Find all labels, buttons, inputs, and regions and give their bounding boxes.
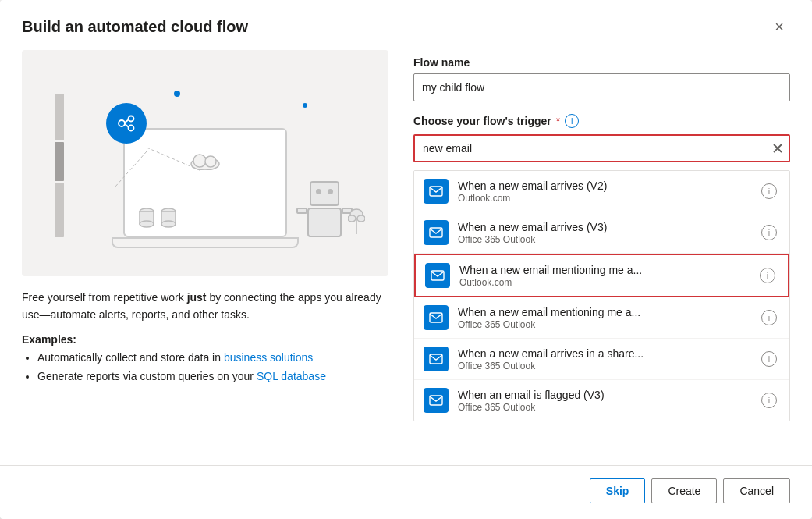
trigger-label-row: Choose your flow's trigger * i	[413, 114, 790, 128]
right-panel: Flow name Choose your flow's trigger * i	[413, 47, 790, 456]
trigger-name-0: When a new email arrives (V2)	[458, 180, 758, 192]
close-button[interactable]: ×	[768, 16, 790, 37]
trigger-info-btn-2[interactable]: i	[757, 266, 778, 285]
examples-section: Examples: Automatically collect and stor…	[22, 333, 388, 386]
svg-point-8	[161, 221, 176, 227]
svg-rect-23	[430, 228, 442, 237]
trigger-info-2: When a new email mentioning me a... Outl…	[459, 264, 757, 288]
laptop-body	[123, 128, 287, 237]
svg-rect-24	[431, 271, 444, 280]
svg-point-9	[119, 120, 125, 126]
svg-line-12	[125, 120, 129, 123]
trigger-info-btn-3[interactable]: i	[758, 308, 780, 327]
trigger-icon-5	[424, 388, 449, 413]
trigger-icon-4	[424, 347, 449, 371]
description-text: Free yourself from repetitive work just …	[22, 289, 388, 324]
trigger-item-3[interactable]: When a new email mentioning me a... Offi…	[414, 297, 789, 339]
triggers-list: When a new email arrives (V2) Outlook.co…	[413, 170, 790, 421]
svg-point-10	[129, 116, 134, 122]
svg-point-11	[129, 126, 134, 131]
example-2-link[interactable]: SQL database	[257, 370, 326, 382]
dialog-footer: Skip Create Cancel	[0, 465, 812, 519]
svg-rect-22	[430, 187, 442, 196]
trigger-item-4[interactable]: When a new email arrives in a share... O…	[414, 339, 789, 380]
left-panel: Free yourself from repetitive work just …	[22, 47, 388, 456]
example-2-text: Generate reports via custom queries on y…	[37, 370, 257, 382]
create-button[interactable]: Create	[651, 478, 717, 503]
flow-name-input[interactable]	[413, 73, 790, 101]
trigger-icon-2	[425, 263, 450, 288]
books-decoration	[55, 94, 64, 237]
trigger-info-1: When a new email arrives (V3) Office 365…	[458, 221, 758, 245]
trigger-info-btn-4[interactable]: i	[758, 350, 780, 368]
highlight-text: just	[187, 291, 207, 304]
trigger-source-1: Office 365 Outlook	[458, 234, 758, 245]
example-1-link[interactable]: business solutions	[224, 351, 313, 364]
trigger-source-4: Office 365 Outlook	[458, 361, 758, 371]
dialog-header: Build an automated cloud flow ×	[0, 0, 812, 47]
trigger-icon-0	[424, 179, 449, 204]
dialog-title: Build an automated cloud flow	[22, 18, 248, 36]
trigger-search-input[interactable]	[413, 134, 790, 162]
db-icons	[139, 208, 176, 228]
trigger-item-0[interactable]: When a new email arrives (V2) Outlook.co…	[414, 171, 789, 212]
trigger-label-text: Choose your flow's trigger	[413, 115, 551, 127]
svg-rect-27	[430, 396, 442, 405]
svg-point-2	[205, 156, 216, 167]
trigger-info-5: When an email is flagged (V3) Office 365…	[458, 389, 758, 413]
workflow-icon-circle	[106, 103, 147, 144]
trigger-info-btn-0[interactable]: i	[758, 182, 780, 201]
example-1-text: Automatically collect and store data in	[37, 351, 224, 364]
trigger-info-3: When a new email mentioning me a... Offi…	[458, 306, 758, 330]
trigger-search-box	[413, 134, 790, 162]
trigger-info-btn-5[interactable]: i	[758, 391, 780, 410]
trigger-name-3: When a new email mentioning me a...	[458, 306, 758, 318]
svg-point-1	[193, 155, 206, 167]
svg-rect-26	[430, 354, 442, 364]
trigger-icon-3	[424, 305, 449, 330]
trigger-source-5: Office 365 Outlook	[458, 402, 758, 413]
svg-line-13	[125, 124, 129, 127]
svg-rect-25	[430, 313, 442, 322]
trigger-info-4: When a new email arrives in a share... O…	[458, 347, 758, 371]
example-item-2: Generate reports via custom queries on y…	[37, 368, 388, 386]
trigger-name-4: When a new email arrives in a share...	[458, 347, 758, 360]
skip-button[interactable]: Skip	[590, 478, 646, 503]
examples-title: Examples:	[22, 333, 388, 346]
example-item-1: Automatically collect and store data in …	[37, 349, 388, 368]
flow-name-label: Flow name	[413, 56, 790, 69]
search-clear-button[interactable]	[771, 142, 784, 155]
robot-illustration	[307, 181, 342, 237]
svg-point-16	[348, 215, 356, 222]
trigger-info-0: When a new email arrives (V2) Outlook.co…	[458, 180, 758, 204]
plant-decoration	[348, 206, 365, 237]
illustration	[22, 50, 388, 276]
svg-point-5	[140, 221, 154, 227]
dot-decoration2	[303, 103, 307, 108]
required-marker: *	[556, 115, 560, 127]
trigger-icon-1	[424, 220, 449, 245]
dot-decoration	[174, 91, 180, 97]
trigger-info-btn-1[interactable]: i	[758, 223, 780, 242]
laptop-base	[112, 237, 299, 248]
trigger-item-1[interactable]: When a new email arrives (V3) Office 365…	[414, 212, 789, 254]
dialog-body: Free yourself from repetitive work just …	[0, 47, 812, 456]
trigger-name-1: When a new email arrives (V3)	[458, 221, 758, 233]
cancel-button[interactable]: Cancel	[723, 478, 790, 503]
trigger-item-2[interactable]: When a new email mentioning me a... Outl…	[414, 254, 789, 297]
trigger-info-icon[interactable]: i	[565, 114, 579, 128]
trigger-source-3: Office 365 Outlook	[458, 319, 758, 330]
build-flow-dialog: Build an automated cloud flow ×	[0, 0, 812, 519]
trigger-name-5: When an email is flagged (V3)	[458, 389, 758, 401]
trigger-name-2: When a new email mentioning me a...	[459, 264, 757, 276]
trigger-source-0: Outlook.com	[458, 193, 758, 204]
svg-point-17	[357, 215, 365, 222]
trigger-source-2: Outlook.com	[459, 277, 757, 288]
trigger-item-5[interactable]: When an email is flagged (V3) Office 365…	[414, 380, 789, 421]
